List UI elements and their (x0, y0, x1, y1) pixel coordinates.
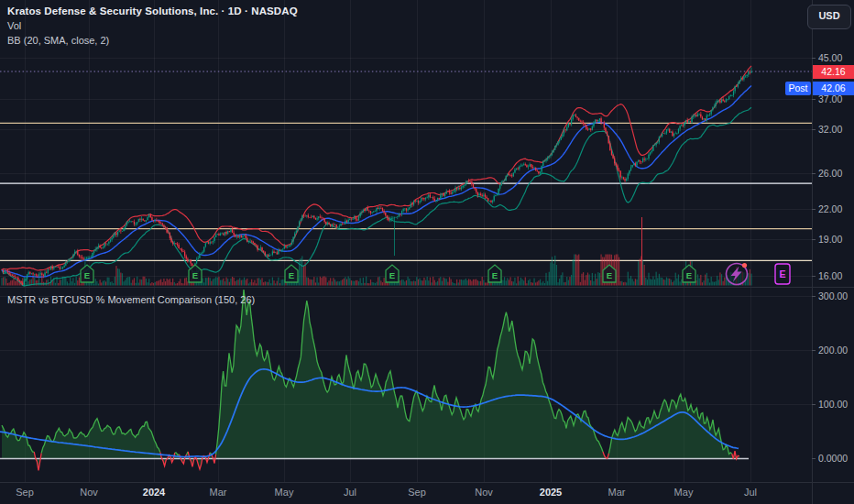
price-axis-tick: 16.00 (818, 270, 842, 281)
svg-text:E: E (686, 270, 692, 280)
currency-button[interactable]: USD (807, 5, 851, 29)
last-price-badge: 42.16 (813, 65, 854, 79)
earnings-marker-icon[interactable]: E (81, 265, 93, 282)
svg-text:E: E (289, 270, 294, 280)
svg-text:E: E (779, 268, 785, 279)
time-axis-label: Mar (210, 487, 227, 498)
svg-text:E: E (192, 270, 198, 280)
time-axis-label: 2024 (143, 487, 165, 498)
earnings-marker-icon[interactable]: E (603, 265, 616, 282)
price-axis-tick: 22.00 (818, 203, 842, 214)
svg-text:E: E (607, 270, 612, 280)
post-market-label-badge: Post (785, 82, 811, 95)
time-axis-label: May (275, 487, 294, 498)
price-axis-tick: 32.00 (818, 124, 842, 135)
chart-canvas[interactable]: EEEEEEEE (0, 0, 854, 504)
lower-axis-tick: 100.00 (818, 399, 848, 410)
earnings-marker-icon[interactable]: E (285, 265, 298, 282)
indicator-volume-label[interactable]: Vol (7, 20, 298, 31)
lower-axis-tick: 200.00 (818, 345, 848, 356)
chart-legend: Kratos Defense & Security Solutions, Inc… (7, 5, 298, 46)
earnings-markers: EEEEEEEE (81, 263, 790, 285)
time-axis-label: Nov (80, 487, 98, 498)
lower-panel-title[interactable]: MSTR vs BTCUSD % Movement Comparison (15… (7, 294, 255, 305)
next-earnings-icon[interactable]: E (775, 264, 790, 284)
svg-text:E: E (492, 270, 498, 280)
price-axis-tick: 19.00 (818, 234, 842, 245)
lower-axis-tick: 0.0000 (818, 453, 848, 464)
symbol-title[interactable]: Kratos Defense & Security Solutions, Inc… (7, 5, 298, 16)
time-axis-label: Sep (408, 487, 426, 498)
svg-text:E: E (84, 270, 90, 280)
time-axis-label: Mar (608, 487, 626, 498)
time-axis-label: Sep (16, 487, 34, 498)
price-axis-tick: 26.00 (818, 168, 842, 179)
time-axis-label: 2025 (540, 487, 562, 498)
earnings-marker-icon[interactable]: E (683, 265, 695, 282)
post-market-price-badge: 42.06 (813, 82, 854, 95)
time-axis-label: Jul (744, 487, 757, 498)
time-axis-label: Nov (475, 487, 493, 498)
time-axis-label: Jul (344, 487, 356, 498)
price-axis-tick: 45.00 (818, 52, 842, 63)
alert-lightning-icon[interactable] (727, 263, 748, 285)
lower-axis-tick: 300.00 (818, 290, 848, 301)
trading-chart-app: EEEEEEEE Kratos Defense & Security Solut… (0, 0, 854, 504)
earnings-marker-icon[interactable]: E (386, 265, 399, 282)
indicator-bollinger-label[interactable]: BB (20, SMA, close, 2) (7, 35, 298, 46)
earnings-marker-icon[interactable]: E (189, 265, 202, 282)
svg-text:E: E (389, 270, 395, 280)
time-axis-label: May (674, 487, 694, 498)
earnings-marker-icon[interactable]: E (488, 265, 501, 282)
